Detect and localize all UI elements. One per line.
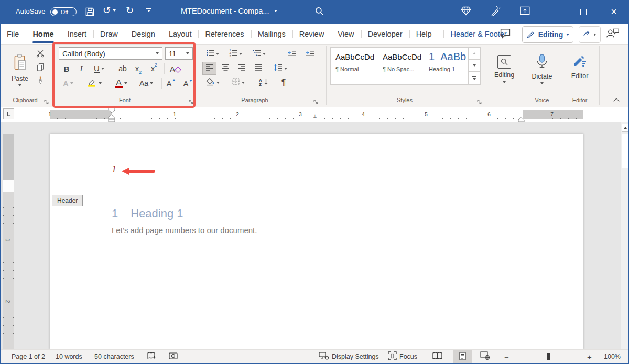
clipboard-dialog-launcher[interactable] [44,97,49,107]
autosave-toggle[interactable]: Off [50,7,77,16]
tab-references[interactable]: References [198,24,251,45]
numbering-button[interactable]: 123 [225,48,245,60]
print-layout-button[interactable] [453,350,472,363]
tab-developer[interactable]: Developer [361,24,409,45]
font-size-combobox[interactable]: 11 [165,47,193,60]
align-left-button[interactable] [202,62,216,75]
zoom-slider-thumb[interactable] [547,353,550,360]
tab-file[interactable]: File [0,24,26,45]
copy-button[interactable] [34,62,47,74]
tab-help[interactable]: Help [409,24,439,45]
collapse-ribbon-button[interactable] [614,96,619,105]
focus-mode-button[interactable]: Focus [388,350,417,363]
bullets-button[interactable] [202,48,222,60]
tab-home[interactable]: Home [26,24,60,45]
font-name-combobox[interactable]: Calibri (Body) [59,47,162,60]
ink-button[interactable] [483,0,507,24]
change-case-chevron-icon [150,82,153,84]
share-button[interactable] [579,26,601,43]
font-dialog-launcher[interactable] [189,97,194,107]
paragraph-dialog-launcher[interactable] [313,97,319,107]
page-indicator[interactable]: Page 1 of 2 [12,350,45,363]
macro-recording-button[interactable] [169,350,178,363]
font-color-button[interactable]: A [110,77,132,90]
sort-button[interactable]: A Z [256,76,272,89]
read-mode-button[interactable] [432,350,443,363]
editor-button[interactable]: Editor [566,49,593,84]
tab-view[interactable]: View [331,24,361,45]
scrollbar-up-button[interactable] [622,124,628,132]
search-button[interactable] [314,6,325,19]
person-icon [606,31,620,40]
superscript-button[interactable]: x 2 [147,62,161,75]
redo-button[interactable]: ↻ [126,6,134,16]
multilevel-list-button[interactable] [248,48,269,60]
align-center-button[interactable] [219,62,233,75]
people-button[interactable] [606,27,620,41]
editing-group-button[interactable]: Editing [491,49,518,90]
customize-qat-button[interactable] [146,8,151,12]
style-heading-1[interactable]: 1 AaBb Heading 1 [427,47,468,88]
format-painter-button[interactable] [34,76,47,87]
shrink-font-button[interactable]: A [180,77,195,90]
editing-mode-button[interactable]: Editing [522,26,573,43]
shading-button[interactable] [202,76,223,89]
tab-design[interactable]: Design [125,24,162,45]
ribbon-display-options-button[interactable] [513,0,537,24]
tab-review[interactable]: Review [292,24,331,45]
minimize-button[interactable] [541,0,565,24]
word-count[interactable]: 10 words [56,350,82,363]
premium-button[interactable] [454,0,478,24]
justify-button[interactable] [251,62,265,75]
close-button[interactable]: × [602,0,626,24]
cut-button[interactable] [34,49,47,60]
tab-layout[interactable]: Layout [162,24,199,45]
highlight-color-button[interactable] [83,77,106,90]
line-spacing-button[interactable] [269,62,291,75]
scrollbar-thumb[interactable] [622,134,628,168]
italic-button[interactable]: I [74,62,88,75]
character-count[interactable]: 50 characters [94,350,134,363]
styles-more-button[interactable] [468,71,481,85]
tab-insert[interactable]: Insert [61,24,93,45]
styles-dialog-launcher[interactable] [477,97,482,107]
style-normal[interactable]: AaBbCcDd ¶ Normal [333,47,378,90]
styles-scroll-down[interactable] [468,59,481,72]
comments-button[interactable] [499,27,512,41]
zoom-level[interactable]: 100% [604,350,621,363]
style-no-spacing[interactable]: AaBbCcDd ¶ No Spac... [381,47,426,90]
zoom-out-button[interactable]: − [504,350,509,363]
ruler-row: L 1 1 2 3 4 5 6 7 ⊥ [0,107,629,122]
decrease-indent-button[interactable] [284,48,300,60]
tab-draw[interactable]: Draw [93,24,125,45]
subscript-button[interactable]: x 2 [131,62,146,75]
clear-formatting-button[interactable]: A [167,62,183,75]
v-body-segment [3,192,14,349]
undo-button[interactable]: ↺ [103,6,116,15]
change-case-button[interactable]: Aa [135,77,157,90]
underline-button[interactable]: U [89,62,109,75]
save-button[interactable] [85,7,95,19]
zoom-in-button[interactable]: + [587,350,592,363]
maximize-button[interactable] [571,0,595,24]
zoom-slider-track[interactable] [518,357,585,358]
styles-scroll-up[interactable] [468,47,481,60]
proofing-status-button[interactable] [147,350,156,363]
align-right-button[interactable] [235,62,249,75]
text-effects-button[interactable]: A [59,77,78,90]
document-title-dropdown[interactable]: MTEDocument - Compa... [181,7,277,15]
vertical-scrollbar[interactable] [621,122,629,349]
borders-button[interactable] [227,76,248,89]
grow-font-button[interactable]: A [164,77,178,90]
show-hide-marks-button[interactable]: ¶ [277,76,290,89]
dictate-button[interactable]: Dictate [528,49,556,90]
paste-button[interactable]: Paste [8,48,31,93]
tab-mailings[interactable]: Mailings [251,24,292,45]
strikethrough-button[interactable]: ab [114,62,131,75]
web-layout-button[interactable] [480,350,490,363]
bold-button[interactable]: B [60,62,73,75]
increase-indent-button[interactable] [302,48,318,60]
document-page[interactable]: 1 Header 1Heading 1 Let’s add page numbe… [50,134,583,349]
tab-selector[interactable]: L [3,108,14,119]
display-settings-button[interactable]: Display Settings [319,350,379,363]
